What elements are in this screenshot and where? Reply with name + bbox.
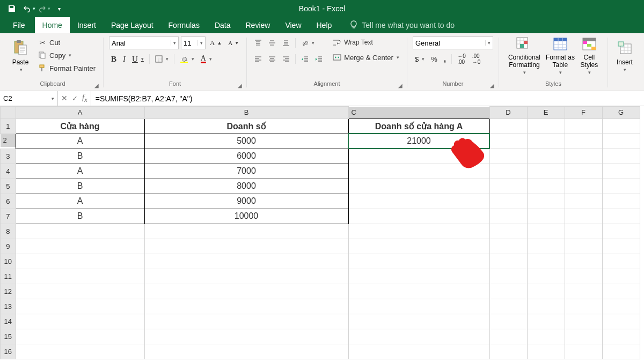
- cell-C7[interactable]: [348, 209, 489, 224]
- align-middle-icon[interactable]: [266, 37, 278, 49]
- cell-C3[interactable]: [348, 149, 489, 164]
- cell-C4[interactable]: [348, 164, 489, 179]
- cell-D11[interactable]: [489, 269, 527, 284]
- wrap-text-button[interactable]: Wrap Text: [330, 36, 401, 48]
- cell-A6[interactable]: A: [16, 194, 144, 209]
- align-bottom-icon[interactable]: [280, 37, 292, 49]
- cell-F16[interactable]: [565, 344, 602, 359]
- row-header-1[interactable]: 1: [1, 119, 16, 134]
- cell-F1[interactable]: [565, 119, 602, 134]
- cell-E9[interactable]: [527, 239, 565, 254]
- row-header-8[interactable]: 8: [1, 224, 16, 239]
- cell-B1[interactable]: Doanh số: [144, 119, 348, 134]
- cell-F5[interactable]: [565, 179, 602, 194]
- underline-button[interactable]: U▾: [130, 53, 146, 65]
- cell-A10[interactable]: [16, 254, 144, 269]
- format-painter-button[interactable]: Format Painter: [35, 62, 98, 74]
- cell-G11[interactable]: [602, 269, 640, 284]
- cell-G6[interactable]: [602, 194, 640, 209]
- cell-E11[interactable]: [527, 269, 565, 284]
- col-header-B[interactable]: B: [144, 107, 348, 119]
- comma-format-button[interactable]: ,: [442, 53, 448, 65]
- col-header-D[interactable]: D: [489, 107, 527, 119]
- cell-E15[interactable]: [527, 329, 565, 344]
- col-header-C[interactable]: C: [349, 107, 489, 119]
- insert-function-icon[interactable]: fx: [82, 93, 87, 104]
- row-header-15[interactable]: 15: [1, 329, 16, 344]
- cell-A2[interactable]: A: [16, 134, 144, 149]
- cell-A7[interactable]: B: [16, 209, 144, 224]
- cell-C2[interactable]: 21000: [348, 134, 489, 149]
- cell-C10[interactable]: [348, 254, 489, 269]
- cell-B16[interactable]: [144, 344, 348, 359]
- cell-C1[interactable]: Doanh số cửa hàng A: [348, 119, 489, 134]
- formula-input[interactable]: =SUMIFS(B2:B7, A2:A7, "A"): [91, 91, 644, 106]
- qat-customize-icon[interactable]: ▾: [53, 2, 65, 15]
- cell-G10[interactable]: [602, 254, 640, 269]
- cell-B15[interactable]: [144, 329, 348, 344]
- col-header-F[interactable]: F: [565, 107, 602, 119]
- row-header-5[interactable]: 5: [1, 179, 16, 194]
- cell-F13[interactable]: [565, 299, 602, 314]
- col-header-E[interactable]: E: [527, 107, 565, 119]
- cell-G8[interactable]: [602, 224, 640, 239]
- row-header-10[interactable]: 10: [1, 254, 16, 269]
- cell-A16[interactable]: [16, 344, 144, 359]
- row-header-16[interactable]: 16: [1, 344, 16, 359]
- decrease-font-icon[interactable]: A▼: [226, 37, 241, 49]
- conditional-formatting-button[interactable]: Conditional Formatting▾: [504, 36, 544, 76]
- row-header-4[interactable]: 4: [1, 164, 16, 179]
- cell-E14[interactable]: [527, 314, 565, 329]
- cell-F9[interactable]: [565, 239, 602, 254]
- cancel-formula-icon[interactable]: ✕: [61, 94, 68, 103]
- cell-B2[interactable]: 5000: [144, 134, 348, 149]
- cell-C12[interactable]: [348, 284, 489, 299]
- decrease-decimal-icon[interactable]: .00→0: [470, 53, 483, 65]
- cell-D3[interactable]: [489, 149, 527, 164]
- cell-A9[interactable]: [16, 239, 144, 254]
- cell-E1[interactable]: [527, 119, 565, 134]
- cell-D5[interactable]: [489, 179, 527, 194]
- cell-B12[interactable]: [144, 284, 348, 299]
- font-color-button[interactable]: A▾: [199, 53, 214, 65]
- italic-button[interactable]: I: [121, 53, 128, 65]
- cell-D2[interactable]: [489, 134, 527, 149]
- cell-E4[interactable]: [527, 164, 565, 179]
- col-header-A[interactable]: A: [16, 107, 144, 119]
- dialog-launcher-icon[interactable]: ◢: [94, 82, 99, 90]
- cell-C15[interactable]: [348, 329, 489, 344]
- insert-cells-button[interactable]: Insert▾: [613, 36, 636, 76]
- merge-center-button[interactable]: Merge & Center▾: [330, 51, 401, 63]
- paste-button[interactable]: Paste ▾: [8, 36, 33, 76]
- cell-D15[interactable]: [489, 329, 527, 344]
- cell-D14[interactable]: [489, 314, 527, 329]
- redo-icon[interactable]: ▾: [38, 2, 50, 15]
- cell-B8[interactable]: [144, 224, 348, 239]
- accounting-format-button[interactable]: $▾: [413, 53, 427, 65]
- cell-E13[interactable]: [527, 299, 565, 314]
- cell-B3[interactable]: 6000: [144, 149, 348, 164]
- cell-B7[interactable]: 10000: [144, 209, 348, 224]
- cell-F6[interactable]: [565, 194, 602, 209]
- enter-formula-icon[interactable]: ✓: [72, 94, 78, 103]
- cell-C14[interactable]: [348, 314, 489, 329]
- cell-A3[interactable]: B: [16, 149, 144, 164]
- row-header-2[interactable]: 2: [1, 134, 16, 147]
- row-header-7[interactable]: 7: [1, 209, 16, 224]
- cell-E6[interactable]: [527, 194, 565, 209]
- row-header-6[interactable]: 6: [1, 194, 16, 209]
- cell-B5[interactable]: 8000: [144, 179, 348, 194]
- cell-G1[interactable]: [602, 119, 640, 134]
- cell-B10[interactable]: [144, 254, 348, 269]
- increase-decimal-icon[interactable]: ←0.00: [455, 53, 468, 65]
- cell-A12[interactable]: [16, 284, 144, 299]
- row-header-14[interactable]: 14: [1, 314, 16, 329]
- borders-button[interactable]: ▾: [153, 53, 171, 65]
- tab-help[interactable]: Help: [309, 17, 340, 33]
- cell-B11[interactable]: [144, 269, 348, 284]
- cell-G14[interactable]: [602, 314, 640, 329]
- cell-A14[interactable]: [16, 314, 144, 329]
- cell-G15[interactable]: [602, 329, 640, 344]
- cell-E8[interactable]: [527, 224, 565, 239]
- cell-D7[interactable]: [489, 209, 527, 224]
